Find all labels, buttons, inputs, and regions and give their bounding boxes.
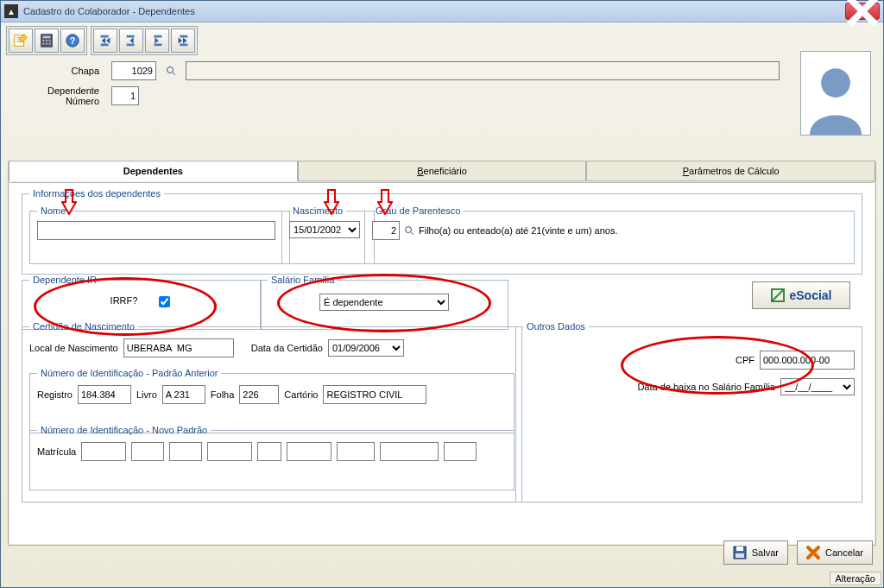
app-icon: ▲ — [4, 4, 18, 18]
tab-body: Informações dos dependentes Nome Nascime… — [9, 182, 875, 544]
tabs: Dependentes Beneficiário Parâmetros de C… — [9, 161, 875, 182]
cancel-icon — [806, 546, 820, 560]
grau-desc: Filho(a) ou enteado(a) até 21(vinte e um… — [419, 225, 618, 236]
numnovo-legend: Número de Identificação - Novo Padrão — [37, 425, 211, 435]
svg-rect-8 — [49, 43, 51, 45]
titlebar: ▲ Cadastro do Colaborador - Dependentes — [1, 1, 883, 22]
salfam-legend: Salário Família — [268, 275, 338, 285]
matricula-input-3[interactable] — [169, 442, 202, 461]
baixa-label: Data de baixa no Salário Família — [637, 382, 775, 392]
chapa-lookup[interactable] — [165, 63, 177, 79]
fs-nome: Nome — [29, 205, 290, 264]
reg-label: Registro — [37, 389, 73, 400]
local-label: Local de Nascimento — [29, 343, 118, 353]
save-button[interactable]: Salvar — [723, 541, 788, 565]
matricula-input-4[interactable] — [207, 442, 252, 461]
livro-label: Livro — [136, 389, 157, 400]
depnum-input[interactable] — [111, 86, 139, 105]
cancel-button[interactable]: Cancelar — [797, 541, 873, 565]
irrf-label: IRRF? — [110, 295, 138, 306]
esocial-icon — [770, 288, 786, 303]
nasc-legend: Nascimento — [289, 205, 346, 216]
reg-input[interactable] — [78, 385, 131, 404]
first-icon — [98, 33, 113, 48]
datacert-label: Data da Certidão — [251, 343, 323, 353]
help-icon: ? — [65, 33, 80, 48]
grau-lookup[interactable] — [403, 223, 415, 238]
matricula-input-6[interactable] — [287, 442, 332, 461]
prev-button[interactable] — [119, 28, 143, 53]
cartorio-label: Cartório — [284, 389, 318, 400]
numant-legend: Número de Identificação - Padrão Anterio… — [37, 368, 221, 378]
fs-grau: Grau de Parentesco Filho(a) ou enteado(a… — [364, 205, 855, 264]
fs-nasc: Nascimento 15/01/2002 — [281, 205, 375, 264]
nasc-input[interactable]: 15/01/2002 — [289, 221, 360, 238]
chapa-label: Chapa — [16, 66, 103, 76]
folha-input[interactable] — [239, 385, 279, 404]
matricula-input-9[interactable] — [444, 442, 477, 461]
local-input[interactable] — [123, 338, 234, 357]
next-button[interactable] — [145, 28, 169, 53]
matricula-input-5[interactable] — [257, 442, 281, 461]
last-button[interactable] — [171, 28, 195, 53]
matricula-label: Matrícula — [37, 446, 76, 457]
fs-certidao: Certidão de Nascimento Local de Nascimen… — [22, 321, 522, 503]
next-icon — [149, 33, 165, 48]
tab-parametros[interactable]: Parâmetros de Cálculo — [586, 161, 875, 181]
nome-legend: Nome — [37, 205, 69, 216]
svg-rect-7 — [46, 43, 47, 45]
svg-rect-5 — [49, 40, 51, 41]
fs-numant: Número de Identificação - Padrão Anterio… — [29, 368, 515, 433]
pencil-icon — [13, 33, 28, 48]
main-panel: Dependentes Beneficiário Parâmetros de C… — [8, 161, 876, 546]
salfam-select[interactable]: É dependente — [319, 294, 449, 311]
cpf-input[interactable] — [760, 351, 855, 370]
svg-point-11 — [167, 67, 174, 73]
irrf-checkbox[interactable] — [159, 296, 170, 307]
folha-label: Folha — [211, 389, 235, 400]
grau-input[interactable] — [372, 221, 400, 240]
svg-text:?: ? — [70, 35, 76, 46]
baixa-input[interactable]: __/__/____ — [780, 378, 855, 395]
help-button[interactable]: ? — [60, 28, 85, 53]
tab-beneficiario[interactable]: Beneficiário — [298, 161, 587, 181]
first-button[interactable] — [93, 28, 117, 53]
close-icon — [846, 0, 879, 28]
status-bar: Alteração — [830, 572, 881, 585]
grau-legend: Grau de Parentesco — [372, 205, 464, 216]
livro-input[interactable] — [162, 385, 205, 404]
matricula-input-8[interactable] — [380, 442, 439, 461]
svg-rect-4 — [46, 40, 47, 41]
svg-rect-17 — [736, 553, 744, 558]
tab-dependentes[interactable]: Dependentes — [9, 161, 298, 181]
matricula-input-2[interactable] — [131, 442, 164, 461]
cert-legend: Certidão de Nascimento — [29, 321, 138, 332]
close-button[interactable] — [845, 3, 880, 20]
calculator-icon — [39, 33, 54, 48]
nome-input[interactable] — [37, 221, 275, 240]
esocial-button[interactable]: eSocial — [752, 281, 850, 309]
svg-rect-16 — [736, 547, 743, 551]
window-title: Cadastro do Colaborador - Dependentes — [23, 6, 845, 16]
fs-info-legend: Informações dos dependentes — [29, 188, 164, 199]
datacert-input[interactable]: 01/09/2006 — [328, 339, 404, 357]
calc-button[interactable] — [35, 28, 59, 53]
svg-rect-2 — [43, 36, 51, 39]
matricula-input-7[interactable] — [337, 442, 375, 461]
footer: Salvar Cancelar — [723, 541, 873, 565]
matricula-input-1[interactable] — [81, 442, 126, 461]
chapa-input[interactable] — [111, 61, 156, 80]
avatar — [800, 51, 871, 136]
cartorio-input[interactable] — [323, 385, 426, 404]
prev-icon — [123, 33, 139, 48]
search-icon — [166, 66, 176, 76]
svg-rect-3 — [43, 40, 45, 41]
app-window: ▲ Cadastro do Colaborador - Dependentes … — [0, 0, 884, 588]
svg-point-12 — [821, 68, 850, 98]
svg-point-13 — [406, 227, 412, 233]
edit-button[interactable] — [9, 28, 33, 53]
svg-rect-6 — [43, 43, 45, 45]
fs-outros: Outros Dados CPF Data de baixa no Salári… — [515, 321, 862, 503]
search-icon — [404, 225, 414, 236]
fs-info: Informações dos dependentes Nome Nascime… — [22, 188, 862, 275]
